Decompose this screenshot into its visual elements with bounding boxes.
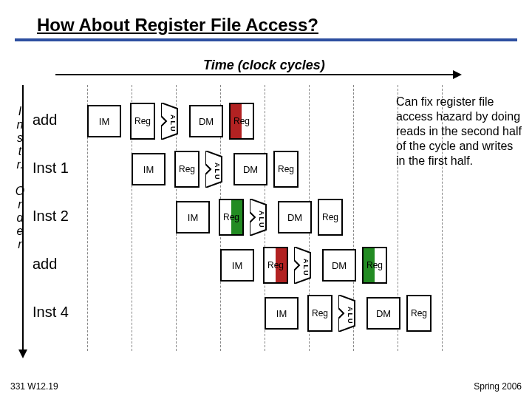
stage-label: Reg (233, 116, 250, 126)
stage-label: Reg (366, 260, 383, 270)
instr-order-label-char: n (15, 118, 25, 132)
instr-order-label-char (15, 171, 25, 185)
stage-alu: ALU (338, 295, 361, 332)
stage-dm: DM (366, 297, 400, 330)
stage-label: Reg (312, 308, 328, 318)
stage-label: Reg (322, 212, 338, 222)
stage-label: Reg (223, 212, 239, 222)
footer-left: 331 W12.19 (10, 381, 58, 392)
stage-alu: ALU (161, 103, 183, 140)
pipeline-row: IMRegALUDMReg (132, 148, 309, 191)
instruction-label: Inst 4 (33, 304, 84, 321)
stage-reg-write: Reg (273, 151, 299, 188)
stage-im: IM (220, 249, 254, 282)
instr-order-label-char: t (15, 145, 25, 158)
stage-label: Reg (179, 164, 195, 174)
stage-dm: DM (233, 153, 267, 185)
instr-order-label-char: r (15, 198, 25, 211)
stage-label: ALU (169, 115, 177, 133)
instr-order-label-char: r. (15, 158, 25, 171)
instr-order-label-char: d (15, 211, 25, 225)
instr-order-label: Instr. Order (15, 105, 25, 251)
stage-reg-read: Reg (307, 295, 332, 332)
title-underline (15, 38, 517, 41)
stage-dm: DM (278, 201, 312, 233)
stage-dm: DM (322, 249, 356, 282)
stage-label: Reg (278, 164, 294, 174)
instr-order-label-char: s (15, 132, 25, 145)
stage-label: Reg (267, 260, 284, 270)
stage-label: ALU (302, 259, 310, 277)
pipeline-row: IMRegALUDMReg (265, 292, 442, 335)
footer-right: Spring 2006 (474, 381, 522, 392)
stage-alu: ALU (205, 151, 228, 188)
time-axis-label: Time (clock cycles) (203, 58, 325, 73)
explanation-text: Can fix register file access hazard by d… (396, 95, 525, 168)
time-axis-arrow (55, 74, 454, 75)
stage-reg-read: Reg (174, 151, 200, 188)
slide-title: How About Register File Access? (37, 15, 318, 35)
stage-im: IM (176, 201, 210, 233)
stage-dm: DM (189, 105, 223, 137)
pipeline-row: IMRegALUDMReg (220, 244, 398, 287)
stage-label: ALU (214, 163, 221, 181)
instruction-label: add (33, 112, 84, 129)
stage-label: Reg (411, 308, 427, 318)
instr-order-label-char: r (15, 238, 25, 251)
pipeline-row: IMRegALUDMReg (87, 100, 265, 143)
instruction-label: Inst 2 (33, 208, 84, 225)
stage-alu: ALU (250, 199, 272, 236)
stage-label: ALU (347, 307, 354, 325)
stage-reg-write: Reg (318, 199, 343, 236)
stage-alu: ALU (294, 247, 316, 284)
instruction-label: add (33, 256, 84, 273)
stage-reg-read: Reg (130, 103, 155, 140)
instr-order-label-char: O (15, 185, 25, 198)
instruction-label: Inst 1 (33, 160, 84, 177)
pipeline-row: IMRegALUDMReg (176, 196, 353, 239)
instr-order-label-char: e (15, 225, 25, 238)
instr-order-label-char: I (15, 105, 25, 118)
stage-label: Reg (134, 116, 151, 126)
stage-im: IM (87, 105, 121, 137)
stage-label: ALU (258, 211, 265, 229)
stage-reg-write: Reg (406, 295, 432, 332)
stage-im: IM (132, 153, 166, 185)
stage-im: IM (265, 297, 299, 330)
